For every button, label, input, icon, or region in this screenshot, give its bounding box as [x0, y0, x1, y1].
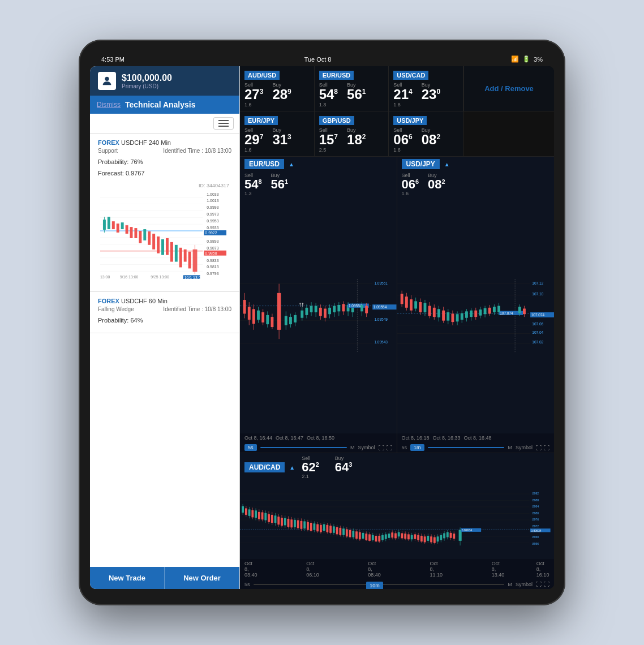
status-bar: 4:53 PM Tue Oct 8 📶 🔋 3%	[90, 55, 554, 66]
status-time: 4:53 PM	[101, 56, 124, 63]
status-date: Tue Oct 8	[304, 56, 332, 63]
fullscreen-icon-audcad[interactable]: ⛶	[544, 581, 549, 587]
panel-title: Technical Analysis	[125, 100, 196, 109]
svg-rect-322	[437, 536, 439, 541]
svg-rect-284	[375, 536, 377, 541]
svg-rect-332	[453, 534, 455, 539]
svg-rect-300	[401, 533, 403, 538]
svg-rect-116	[360, 305, 363, 311]
tf-5s-audcad: 5s	[244, 582, 250, 587]
svg-rect-278	[365, 534, 367, 540]
svg-rect-37	[139, 231, 141, 243]
svg-rect-107	[342, 304, 345, 311]
fullscreen-icon-usdjpy[interactable]: ⛶	[544, 445, 549, 451]
ticker-eurusd[interactable]: EUR/USD Sell 548 1.3 Buy 561	[315, 66, 389, 111]
svg-text:.8960: .8960	[531, 535, 539, 539]
ticker-pair-gbpusd: GBP/USD	[319, 116, 354, 125]
svg-text:.8988: .8988	[531, 498, 539, 502]
avatar	[98, 72, 116, 90]
menu-button[interactable]	[213, 117, 234, 130]
svg-rect-290	[385, 534, 387, 539]
ticker-eurjpy[interactable]: EUR/JPY Sell 297 1.6 Buy 313	[240, 111, 315, 156]
ticker-row-1: AUD/USD Sell 273 1.6 Buy 289	[240, 66, 554, 111]
m-label-audcad: M	[508, 582, 512, 587]
sell-price-audusd: 273	[244, 88, 263, 101]
svg-rect-308	[414, 534, 416, 539]
fullscreen-icon-eurusd[interactable]: ⛶	[387, 445, 392, 451]
svg-rect-298	[398, 532, 400, 537]
svg-rect-242	[307, 522, 309, 530]
svg-rect-210	[255, 510, 257, 518]
svg-rect-208	[251, 510, 254, 518]
timeframe-1m-usdjpy[interactable]: 1m	[410, 444, 424, 451]
chart-sellbuy-eurusd: Sell 548 1.3 Buy 561	[240, 171, 397, 199]
tf-5s-usdjpy: 5s	[402, 445, 407, 450]
svg-text:0.9993: 0.9993	[207, 206, 218, 210]
svg-text:9/25 13:00: 9/25 13:00	[151, 275, 169, 279]
svg-text:.8984: .8984	[531, 505, 539, 508]
ticker-row-2: EUR/JPY Sell 297 1.6 Buy 313	[240, 111, 554, 157]
battery-icon: 🔋	[522, 55, 530, 63]
ticker-audusd[interactable]: AUD/USD Sell 273 1.6 Buy 289	[240, 66, 315, 111]
m-label-eurusd: M	[350, 445, 355, 450]
analysis-sub-1: Support Identified Time : 10/8 13:00	[98, 148, 231, 154]
expand-icon-usdjpy[interactable]: ⛶	[536, 445, 542, 451]
panel-content: FOREX USDCHF 240 Min Support Identified …	[90, 134, 239, 567]
svg-text:107.12: 107.12	[532, 281, 543, 285]
svg-text:.8972: .8972	[531, 524, 539, 528]
add-remove-button[interactable]: Add / Remove	[463, 66, 554, 111]
svg-rect-294	[391, 532, 393, 538]
svg-rect-66	[243, 300, 246, 313]
svg-rect-165	[474, 311, 477, 317]
svg-rect-169	[483, 308, 486, 315]
svg-text:10/1 13:00: 10/1 13:00	[184, 276, 203, 279]
svg-text:0.9793: 0.9793	[207, 272, 218, 276]
market-label-2: FOREX	[98, 298, 119, 304]
svg-rect-204	[245, 508, 247, 514]
svg-text:0.9893: 0.9893	[207, 239, 218, 243]
svg-rect-324	[440, 535, 442, 540]
analysis-item-1: FOREX USDCHF 240 Min Support Identified …	[90, 134, 239, 292]
svg-text:9/16 13:00: 9/16 13:00	[120, 275, 139, 279]
ticker-pair-usdjpy: USD/JPY	[393, 116, 427, 125]
expand-icon-audcad[interactable]: ⛶	[536, 581, 542, 587]
svg-rect-220	[271, 515, 273, 523]
analysis-header-1: FOREX USDCHF 240 Min	[98, 139, 231, 146]
svg-rect-38	[143, 229, 146, 240]
ticker-pair-eurusd: EUR/USD	[319, 71, 354, 80]
svg-rect-80	[277, 293, 281, 330]
ticker-usdcad[interactable]: USD/CAD Sell 214 1.6 Buy 230	[389, 66, 463, 111]
timeframe-10m-audcad[interactable]: 10m	[366, 582, 383, 590]
svg-text:1.09554: 1.09554	[373, 305, 387, 309]
svg-rect-35	[130, 227, 133, 238]
timeframe-5s-eurusd[interactable]: 5s	[244, 444, 257, 451]
ticker-usdjpy[interactable]: USD/JPY Sell 066 1.6 Buy 082	[389, 111, 463, 156]
symbol-label-eurusd: Symbol	[358, 445, 375, 450]
svg-rect-316	[427, 536, 429, 541]
svg-rect-248	[316, 524, 319, 532]
svg-rect-143	[423, 303, 426, 312]
svg-rect-288	[381, 535, 384, 540]
forecast-1: Forecast: 0.9767	[98, 169, 231, 179]
dismiss-button[interactable]: Dismiss	[97, 101, 121, 109]
chart-panel-audcad: AUD/CAD ▲ Sell 622 2.1 Buy 643	[240, 453, 554, 589]
new-trade-button[interactable]: New Trade	[90, 567, 165, 589]
new-order-button[interactable]: New Order	[165, 567, 239, 589]
left-panel: $100,000.00 Primary (USD) Dismiss Techni…	[90, 66, 240, 589]
svg-rect-34	[126, 225, 128, 234]
expand-icon-eurusd[interactable]: ⛶	[379, 445, 384, 451]
svg-rect-318	[430, 536, 432, 542]
ticker-gbpusd[interactable]: GBP/USD Sell 157 2.5 Buy 182	[315, 111, 389, 156]
svg-rect-224	[277, 517, 280, 524]
usdjpy-chart-svg: 107.12 107.10 107.074 107.06 107.04 107.…	[397, 199, 555, 433]
probability-2: Probability: 64%	[98, 316, 231, 326]
svg-rect-41	[157, 236, 160, 253]
svg-rect-145	[428, 306, 431, 316]
analysis-sub-2: Falling Wedge Identified Time : 10/8 13:…	[98, 306, 231, 312]
svg-rect-68	[248, 307, 251, 320]
svg-rect-304	[407, 534, 410, 539]
svg-rect-177	[497, 306, 500, 312]
svg-text:107.02: 107.02	[532, 340, 543, 344]
svg-rect-276	[362, 533, 364, 539]
ticker-prices-audusd: Sell 273 1.6 Buy 289	[244, 82, 310, 108]
